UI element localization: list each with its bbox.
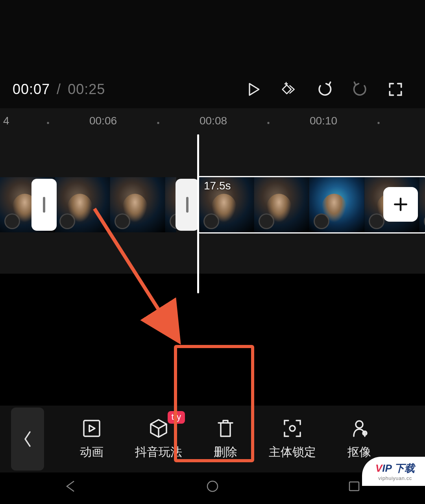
- svg-point-5: [207, 481, 218, 491]
- time-current: 00:07: [13, 81, 50, 97]
- system-nav-bar: [0, 472, 425, 504]
- clip-duration-badge: 17.5s: [204, 180, 231, 192]
- add-clip-button[interactable]: [383, 187, 418, 222]
- timeline[interactable]: 4 • 00:06 • 00:08 • 00:10 • 17.5s: [0, 108, 425, 274]
- cutout-icon: [349, 418, 370, 439]
- watermark-brand-rest: IP 下载: [382, 462, 415, 474]
- svg-rect-6: [349, 482, 359, 491]
- tool-douyin-effects[interactable]: try 抖音玩法: [125, 418, 192, 460]
- time-display: 00:07 / 00:25: [13, 81, 105, 98]
- transition-handle[interactable]: [176, 179, 199, 231]
- ruler-tick: 00:06: [89, 115, 117, 127]
- ruler-tick: 00:10: [310, 115, 337, 127]
- try-badge: try: [168, 411, 185, 424]
- tool-cutout[interactable]: 抠像: [326, 418, 393, 460]
- toolbar-back-button[interactable]: [11, 408, 44, 471]
- time-separator: /: [57, 81, 61, 97]
- edit-toolbar: 动画 try 抖音玩法 删除 主体锁定: [0, 406, 425, 472]
- delete-icon: [215, 418, 236, 439]
- transition-handle[interactable]: [31, 179, 57, 231]
- video-preview: 00:07 / 00:25: [0, 0, 425, 108]
- nav-back-icon[interactable]: [63, 480, 79, 495]
- tool-label: 删除: [214, 444, 237, 460]
- tool-animation[interactable]: 动画: [58, 418, 125, 460]
- video-clip-1[interactable]: [0, 177, 176, 232]
- tool-label: 抠像: [347, 444, 371, 460]
- undo-button[interactable]: [307, 78, 342, 101]
- ruler-edge: 4: [3, 115, 9, 127]
- animation-icon: [81, 418, 102, 439]
- time-ruler[interactable]: 4 • 00:06 • 00:08 • 00:10 •: [0, 108, 425, 131]
- fullscreen-button[interactable]: [378, 78, 413, 101]
- watermark: VIP 下载 viphuiyuan.cc: [362, 457, 425, 486]
- svg-point-1: [290, 426, 295, 431]
- tool-label: 动画: [80, 444, 103, 460]
- clips-row: 17.5s: [0, 177, 425, 232]
- focus-lock-icon: [282, 418, 303, 439]
- play-button[interactable]: [236, 78, 272, 101]
- cube-icon: [148, 418, 169, 439]
- watermark-brand-v: V: [375, 462, 382, 474]
- tool-label: 抖音玩法: [135, 444, 182, 460]
- playhead[interactable]: [197, 134, 199, 293]
- nav-recent-icon[interactable]: [346, 480, 362, 495]
- watermark-url: viphuiyuan.cc: [378, 475, 412, 481]
- time-total: 00:25: [68, 81, 105, 97]
- svg-point-2: [356, 421, 363, 428]
- tool-subject-lock[interactable]: 主体锁定: [259, 418, 326, 460]
- tool-delete[interactable]: 删除: [192, 418, 259, 460]
- redo-button[interactable]: [342, 78, 378, 101]
- nav-home-icon[interactable]: [205, 480, 220, 495]
- keyframe-button[interactable]: [272, 78, 307, 101]
- ruler-tick: 00:08: [200, 115, 227, 127]
- svg-rect-0: [84, 421, 100, 436]
- player-controls: 00:07 / 00:25: [0, 78, 425, 101]
- tool-label: 主体锁定: [269, 444, 316, 460]
